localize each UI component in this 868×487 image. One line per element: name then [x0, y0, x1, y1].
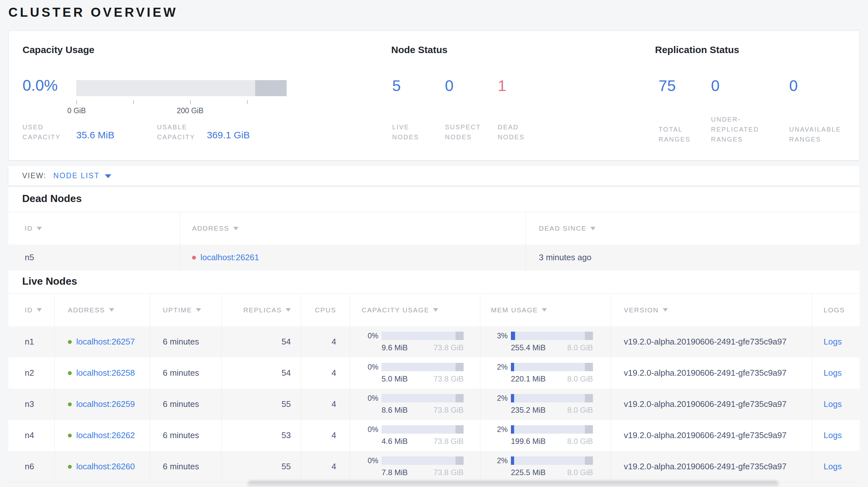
- live-col-header-capacity-usage[interactable]: CAPACITY USAGE: [350, 294, 480, 326]
- node-id: n6: [25, 462, 34, 472]
- node-address-link[interactable]: localhost:26260: [76, 462, 135, 472]
- node-id: n2: [25, 368, 34, 378]
- node-address-link[interactable]: localhost:26259: [76, 399, 135, 409]
- capacity-percent: 0%: [362, 456, 378, 465]
- node-version: v19.2.0-alpha.20190606-2491-gfe735c9a97: [624, 337, 786, 347]
- live-col-header-mem-usage[interactable]: MEM USAGE: [480, 294, 611, 326]
- capacity-used: 8.6 MiB: [381, 405, 408, 415]
- live-nodes-header-row: ID ADDRESS UPTIME REPLICAS CPUS CAPACITY…: [8, 294, 860, 326]
- logs-link[interactable]: Logs: [824, 399, 842, 409]
- node-uptime: 6 minutes: [163, 462, 199, 472]
- capacity-bar-reserved-segment: [456, 456, 464, 465]
- logs-link[interactable]: Logs: [824, 462, 842, 472]
- live-col-header-id[interactable]: ID: [8, 294, 55, 326]
- node-version: v19.2.0-alpha.20190606-2491-gfe735c9a97: [624, 462, 786, 472]
- dropdown-caret-icon: [105, 174, 111, 178]
- mem-usage-cell: 2% 220.1 MiB8.0 GiB: [491, 363, 593, 383]
- node-cpus: 4: [332, 368, 336, 378]
- dead-since-value: 3 minutes ago: [539, 253, 591, 262]
- logs-link[interactable]: Logs: [824, 368, 842, 378]
- total-ranges-label: TOTAL RANGES: [658, 125, 711, 144]
- capacity-bar-reserved-segment: [456, 363, 464, 371]
- replication-values: 75 0 0: [658, 77, 798, 95]
- dead-col-header-dead-since[interactable]: DEAD SINCE: [526, 212, 860, 245]
- mem-total: 8.0 GiB: [567, 343, 593, 352]
- capacity-bar: [381, 363, 464, 371]
- mem-bar-reserved-segment: [585, 394, 593, 402]
- capacity-usage-cell: 0% 7.8 MiB73.8 GiB: [362, 456, 464, 477]
- capacity-percent: 0%: [362, 394, 378, 403]
- capacity-used: 9.6 MiB: [381, 343, 408, 352]
- mem-used: 220.1 MiB: [511, 375, 546, 383]
- node-uptime: 6 minutes: [163, 430, 199, 441]
- mem-bar-reserved-segment: [585, 332, 593, 340]
- green-status-dot-icon: [68, 340, 72, 344]
- dead-nodes-header-row: ID ADDRESS DEAD SINCE: [8, 212, 860, 245]
- live-col-header-cpus: CPUS: [301, 294, 350, 326]
- capacity-percent: 0%: [362, 425, 378, 434]
- node-address-link[interactable]: localhost:26258: [76, 368, 135, 378]
- usable-capacity-value: 369.1 GiB: [207, 130, 250, 140]
- replication-labels: TOTAL RANGES UNDER-REPLICATED RANGES UNA…: [658, 113, 857, 144]
- capacity-usage-title: Capacity Usage: [23, 44, 94, 55]
- live-col-header-version[interactable]: VERSION: [611, 294, 812, 326]
- sort-desc-icon: [590, 227, 595, 230]
- live-col-header-uptime[interactable]: UPTIME: [150, 294, 222, 326]
- suspect-nodes-count: 0: [445, 77, 498, 95]
- mem-usage-cell: 3% 255.4 MiB8.0 GiB: [491, 332, 593, 352]
- dead-col-header-address[interactable]: ADDRESS: [180, 212, 526, 245]
- live-node-row: n3 localhost:26259 6 minutes 55 4 0% 8.6…: [8, 389, 860, 420]
- capacity-usage-cell: 0% 8.6 MiB73.8 GiB: [362, 394, 464, 415]
- cluster-summary-panel: Capacity Usage 0.0% 0 GiB 200 GiB USED C…: [8, 31, 860, 161]
- dead-col-header-id[interactable]: ID: [8, 212, 180, 245]
- live-nodes-section-title: Live Nodes: [22, 275, 77, 287]
- node-status-title: Node Status: [391, 44, 447, 55]
- used-capacity-label: USED CAPACITY: [23, 122, 61, 142]
- logs-link[interactable]: Logs: [824, 337, 842, 347]
- mem-bar-reserved-segment: [585, 363, 593, 371]
- capacity-bar: [381, 394, 464, 402]
- sort-desc-icon: [37, 308, 42, 312]
- capacity-total: 73.8 GiB: [434, 375, 464, 383]
- live-node-row: n2 localhost:26258 6 minutes 54 4 0% 5.0…: [8, 357, 860, 389]
- mem-total: 8.0 GiB: [567, 375, 593, 383]
- mem-percent: 3%: [491, 332, 508, 340]
- capacity-bar-reserved-segment: [255, 80, 287, 96]
- node-id: n4: [25, 430, 34, 441]
- sort-desc-icon: [233, 227, 238, 230]
- node-replicas: 55: [281, 399, 291, 409]
- capacity-bar: [381, 332, 464, 340]
- usable-capacity-label: USABLE CAPACITY: [157, 122, 195, 142]
- capacity-percent: 0%: [362, 332, 378, 340]
- green-status-dot-icon: [68, 402, 72, 406]
- under-replicated-count: 0: [711, 77, 789, 95]
- sort-desc-icon: [433, 308, 438, 312]
- mem-usage-cell: 2% 225.5 MiB8.0 GiB: [491, 456, 593, 477]
- node-address-link[interactable]: localhost:26262: [76, 430, 135, 441]
- capacity-total: 73.8 GiB: [434, 437, 464, 446]
- sort-desc-icon: [109, 308, 114, 312]
- replication-status-title: Replication Status: [655, 44, 739, 55]
- logs-link[interactable]: Logs: [824, 430, 842, 441]
- page-title: CLUSTER OVERVIEW: [8, 5, 178, 20]
- live-col-header-replicas[interactable]: REPLICAS: [222, 294, 301, 326]
- node-cpus: 4: [332, 337, 336, 347]
- green-status-dot-icon: [68, 371, 72, 375]
- capacity-usage-bar: [76, 80, 287, 96]
- capacity-used: 5.0 MiB: [381, 375, 408, 383]
- live-col-header-address[interactable]: ADDRESS: [55, 294, 150, 326]
- node-id: n1: [25, 337, 34, 347]
- mem-bar: [511, 456, 593, 465]
- node-id: n3: [25, 399, 34, 409]
- node-address-link[interactable]: localhost:26257: [76, 337, 135, 347]
- node-replicas: 54: [281, 337, 291, 347]
- capacity-total: 73.8 GiB: [434, 405, 464, 415]
- node-version: v19.2.0-alpha.20190606-2491-gfe735c9a97: [624, 399, 786, 409]
- view-selector-dropdown[interactable]: NODE LIST: [53, 171, 111, 180]
- view-selected-value[interactable]: NODE LIST: [53, 171, 100, 180]
- mem-bar-fill: [511, 332, 515, 340]
- node-version: v19.2.0-alpha.20190606-2491-gfe735c9a97: [624, 368, 786, 378]
- dead-nodes-section-title: Dead Nodes: [22, 193, 82, 204]
- dead-node-address-link[interactable]: localhost:26261: [200, 253, 259, 262]
- nodes-content-panel: Dead Nodes ID ADDRESS DEAD SINCE n5 loca…: [8, 187, 860, 482]
